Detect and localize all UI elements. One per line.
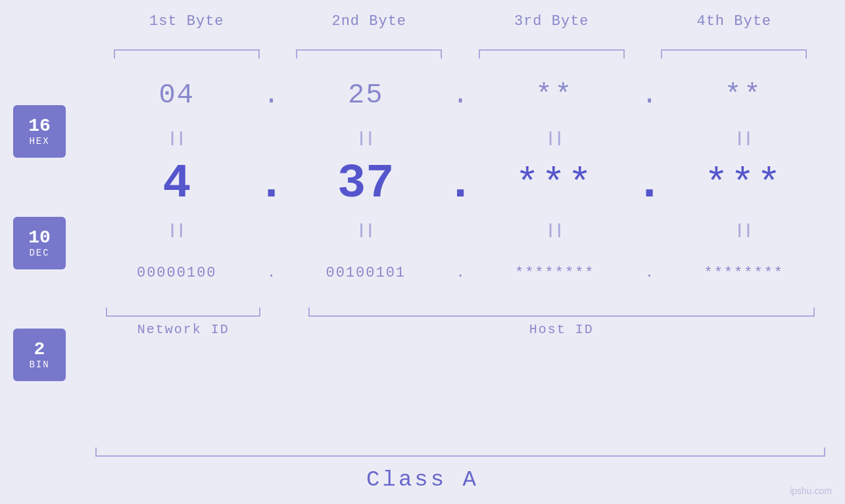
- eq2-cell4: ||: [663, 222, 826, 239]
- bin-dot-1: .: [258, 265, 285, 281]
- bin-cell-3: ********: [473, 265, 637, 281]
- eq1-cell2: ||: [285, 130, 448, 147]
- bin-num: 2: [34, 340, 45, 360]
- host-id-label: Host ID: [529, 322, 594, 337]
- hex-dot-sym-1: .: [263, 80, 279, 111]
- bracket-byte3: [460, 49, 643, 58]
- eq2-cell2: ||: [285, 222, 448, 239]
- equals-row-1: || || || ||: [95, 125, 825, 151]
- hex-cell-3: **: [473, 80, 637, 111]
- eq1-sym-2: ||: [357, 130, 374, 147]
- hex-cell-2: 25: [285, 80, 448, 111]
- dec-cell-3: ***: [473, 162, 637, 206]
- bin-dot-sym-2: .: [456, 265, 464, 281]
- byte4-header: 4th Byte: [643, 13, 826, 30]
- eq2-sym-2: ||: [357, 222, 374, 239]
- bin-cell-1: 00000100: [95, 265, 258, 281]
- eq2-cell1: ||: [95, 222, 258, 239]
- dec-star-3: ***: [516, 162, 594, 206]
- hex-star-3: **: [536, 80, 574, 111]
- bracket-byte2: [278, 49, 461, 58]
- dec-value-1: 4: [162, 157, 191, 211]
- class-label: Class A: [0, 467, 845, 492]
- top-brackets: [95, 49, 825, 58]
- dec-dot-2: .: [447, 157, 473, 211]
- bin-label: BIN: [29, 359, 49, 370]
- byte-headers: 1st Byte 2nd Byte 3rd Byte 4th Byte: [95, 13, 825, 30]
- network-id-bracket: Network ID: [95, 308, 272, 337]
- dec-dot-1: .: [258, 157, 285, 211]
- dec-dot-sym-2: .: [446, 157, 474, 211]
- network-bracket-line: [106, 308, 260, 317]
- bracket-line-4: [661, 49, 807, 58]
- full-bottom-bracket: [95, 447, 825, 457]
- bin-dot-sym-1: .: [267, 265, 276, 281]
- hex-star-4: **: [725, 80, 763, 111]
- eq2-cell3: ||: [473, 222, 637, 239]
- hex-row: 04 . 25 . ** . **: [95, 66, 825, 125]
- watermark: ipshu.com: [790, 486, 832, 496]
- byte3-header: 3rd Byte: [460, 13, 643, 30]
- bin-dot-3: .: [637, 265, 663, 281]
- dec-cell-1: 4: [95, 157, 258, 211]
- bin-badge: 2 BIN: [13, 329, 66, 381]
- dec-cell-4: ***: [663, 162, 826, 206]
- bin-dot-2: .: [447, 265, 473, 281]
- bin-value-1: 00000100: [137, 265, 217, 281]
- bracket-byte1: [95, 49, 278, 58]
- hex-value-2: 25: [348, 80, 383, 111]
- dec-dot-sym-3: .: [635, 157, 664, 211]
- eq1-sym-4: ||: [735, 130, 752, 147]
- bracket-line-1: [114, 49, 260, 58]
- eq1-sym-3: ||: [546, 130, 564, 147]
- hex-dot-sym-2: .: [452, 80, 468, 111]
- content-area: 04 . 25 . ** . ** ||: [95, 66, 825, 337]
- dec-num: 10: [28, 228, 51, 248]
- bracket-byte4: [643, 49, 826, 58]
- host-id-bracket: Host ID: [298, 308, 826, 337]
- bin-star-4: ********: [704, 265, 784, 281]
- byte2-header: 2nd Byte: [278, 13, 461, 30]
- page-container: 1st Byte 2nd Byte 3rd Byte 4th Byte 16 H…: [0, 0, 845, 504]
- dec-star-4: ***: [704, 162, 783, 206]
- bin-row: 00000100 . 00100101 . ******** . *******…: [95, 243, 825, 302]
- equals-row-2: || || || ||: [95, 217, 825, 243]
- eq2-sym-1: ||: [168, 222, 185, 239]
- bracket-line-3: [479, 49, 625, 58]
- byte1-header: 1st Byte: [95, 13, 278, 30]
- network-id-label: Network ID: [137, 322, 229, 337]
- eq1-cell4: ||: [663, 130, 826, 147]
- hex-num: 16: [28, 116, 51, 137]
- eq1-cell1: ||: [95, 130, 258, 147]
- hex-dot-2: .: [447, 80, 473, 111]
- bin-cell-2: 00100101: [285, 265, 448, 281]
- dec-dot-3: .: [637, 157, 663, 211]
- host-bracket-line: [308, 308, 815, 317]
- hex-dot-3: .: [637, 80, 663, 111]
- eq1-sym-1: ||: [168, 130, 185, 147]
- dec-row: 4 . 37 . *** . ***: [95, 151, 825, 217]
- bin-star-3: ********: [515, 265, 595, 281]
- bin-value-2: 00100101: [326, 265, 406, 281]
- dec-badge: 10 DEC: [13, 217, 66, 269]
- bracket-line-2: [296, 49, 442, 58]
- dec-label: DEC: [29, 248, 49, 258]
- hex-value-1: 04: [159, 80, 195, 111]
- dec-dot-sym-1: .: [257, 157, 285, 211]
- hex-badge: 16 HEX: [13, 105, 66, 158]
- eq2-sym-3: ||: [546, 222, 564, 239]
- hex-cell-4: **: [663, 80, 826, 111]
- hex-dot-1: .: [258, 80, 285, 111]
- hex-label: HEX: [29, 136, 49, 147]
- eq1-cell3: ||: [473, 130, 637, 147]
- hex-cell-1: 04: [95, 80, 258, 111]
- dec-cell-2: 37: [285, 157, 448, 211]
- bottom-bracket-row: Network ID Host ID: [95, 308, 825, 337]
- hex-dot-sym-3: .: [641, 80, 658, 111]
- eq2-sym-4: ||: [735, 222, 752, 239]
- base-labels: 16 HEX 10 DEC 2 BIN: [13, 85, 66, 381]
- dec-value-2: 37: [337, 157, 394, 211]
- bin-dot-sym-3: .: [645, 265, 654, 281]
- bin-cell-4: ********: [663, 265, 826, 281]
